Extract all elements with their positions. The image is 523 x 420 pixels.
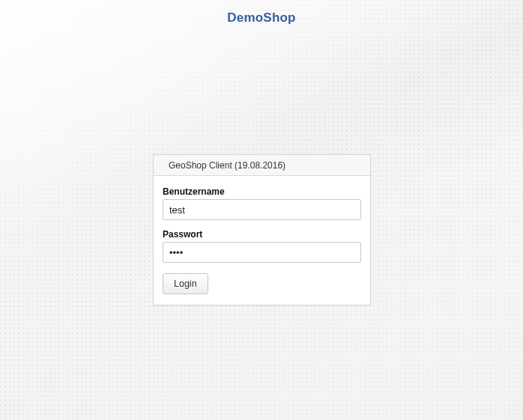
- username-label: Benutzername: [163, 186, 361, 197]
- page-title: DemoShop: [0, 0, 523, 25]
- login-panel-header: GeoShop Client (19.08.2016): [154, 155, 370, 176]
- password-label: Passwort: [163, 229, 361, 240]
- login-button[interactable]: Login: [163, 273, 208, 294]
- spacer: [163, 220, 361, 226]
- login-panel-body: Benutzername Passwort Login: [154, 176, 370, 305]
- password-input[interactable]: [163, 242, 361, 263]
- login-panel: GeoShop Client (19.08.2016) Benutzername…: [153, 154, 371, 305]
- username-input[interactable]: [163, 199, 361, 220]
